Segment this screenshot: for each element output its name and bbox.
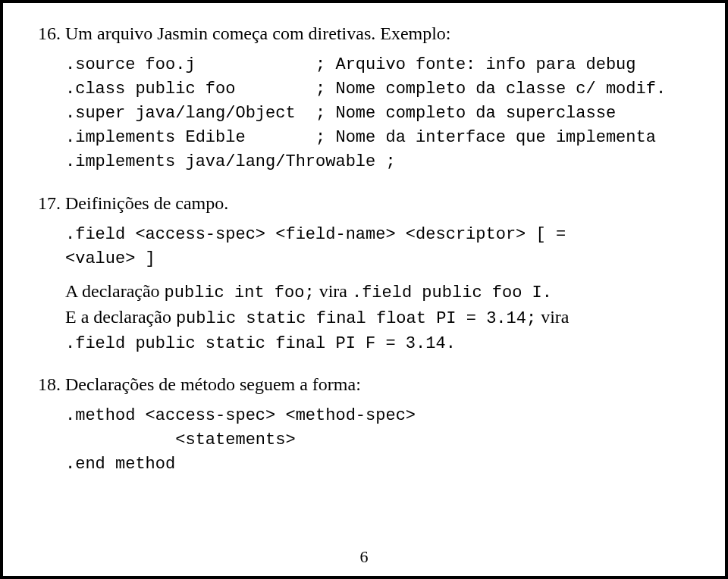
page-frame: 16. Um arquivo Jasmin começa com diretiv…	[0, 0, 728, 579]
item-number: 16.	[24, 21, 65, 174]
list-item-17: 17. Deifinições de campo. .field <access…	[24, 191, 704, 355]
item-body: Declarações de método seguem a forma: .m…	[65, 372, 704, 477]
inline-code: public int foo;	[165, 283, 315, 302]
code-block: .source foo.j ; Arquivo fonte: info para…	[65, 53, 704, 174]
page-content: 16. Um arquivo Jasmin começa com diretiv…	[24, 21, 704, 477]
item-body: Um arquivo Jasmin começa com diretivas. …	[65, 21, 704, 174]
inline-code: public static final float PI = 3.14;	[176, 309, 536, 328]
item-number: 17.	[24, 191, 65, 355]
paragraph: E a declaração public static final float…	[65, 305, 704, 330]
item-body: Deifinições de campo. .field <access-spe…	[65, 191, 704, 355]
text: A declaração	[65, 281, 165, 301]
inline-code: .field public foo I.	[352, 283, 552, 302]
item-title: Declarações de método seguem a forma:	[65, 372, 704, 396]
text: E a declaração	[65, 307, 176, 327]
list-item-16: 16. Um arquivo Jasmin começa com diretiv…	[24, 21, 704, 174]
item-title: Deifinições de campo.	[65, 191, 704, 215]
list-item-18: 18. Declarações de método seguem a forma…	[24, 372, 704, 477]
inline-code: .field public static final PI F = 3.14.	[65, 334, 456, 353]
text: vira	[536, 307, 569, 327]
ordered-list: 16. Um arquivo Jasmin começa com diretiv…	[24, 21, 704, 477]
item-title: Um arquivo Jasmin começa com diretivas. …	[65, 21, 704, 45]
code-block: .field <access-spec> <field-name> <descr…	[65, 223, 704, 271]
paragraph: A declaração public int foo; vira .field…	[65, 279, 704, 305]
item-number: 18.	[24, 372, 65, 477]
code-block: .method <access-spec> <method-spec> <sta…	[65, 404, 704, 477]
paragraph: .field public static final PI F = 3.14.	[65, 330, 704, 355]
page-number: 6	[3, 547, 725, 567]
text: vira	[315, 281, 352, 301]
